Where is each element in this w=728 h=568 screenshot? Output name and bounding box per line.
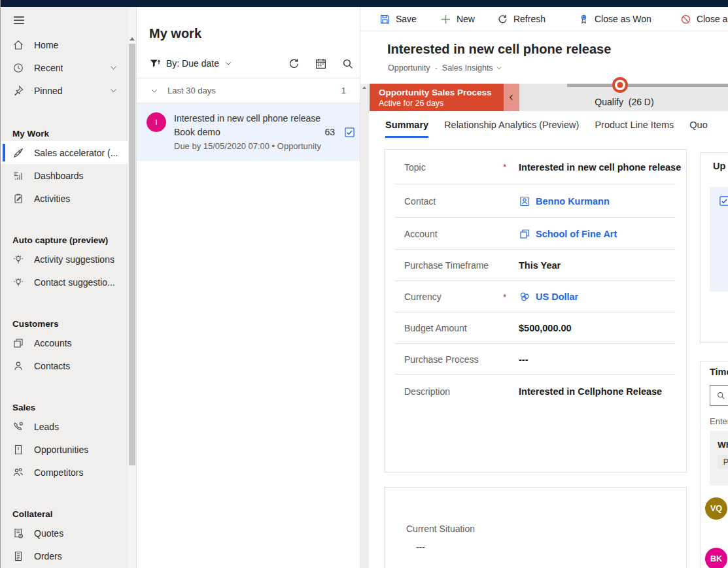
bpf-active-duration: Active for 26 days (379, 98, 504, 109)
contact-link[interactable]: Benno Kurmann (536, 196, 610, 207)
scrollbar-thumb[interactable] (129, 44, 135, 465)
menu-button[interactable] (1, 7, 128, 33)
no-entry-icon (680, 14, 691, 25)
chevron-down-icon[interactable] (109, 86, 118, 95)
document-exclaim-icon (12, 444, 24, 456)
work-item-subject: Book demo (174, 125, 315, 139)
tab-quotes[interactable]: Quo (689, 120, 707, 138)
sidebar-scrollbar[interactable] (128, 7, 136, 568)
refresh-icon[interactable] (288, 58, 300, 70)
contact-card-icon (519, 195, 530, 207)
field-topic[interactable]: Topic * Interested in new cell phone rel… (385, 150, 686, 184)
sidebar-item-competitors[interactable]: Competitors (1, 461, 128, 484)
sidebar-item-pinned[interactable]: Pinned (1, 79, 128, 102)
business-process-flow: Opportunity Sales Process Active for 26 … (360, 84, 728, 111)
bpf-process-name: Opportunity Sales Process (379, 87, 504, 98)
required-asterisk: * (503, 162, 506, 172)
record-title: Interested in new cell phone release (387, 42, 611, 57)
home-icon (12, 39, 24, 51)
filter-sort-icon[interactable] (149, 58, 161, 69)
sidebar-item-contact-suggestions[interactable]: Contact suggestio... (1, 271, 128, 293)
group-count: 1 (341, 86, 346, 95)
tab-relationship-analytics[interactable]: Relationship Analytics (Preview) (444, 120, 579, 138)
missed-title: Wh (718, 440, 728, 450)
sidebar-item-activities[interactable]: Activities (1, 187, 128, 210)
entity-type-label: Opportunity (388, 63, 430, 73)
work-item[interactable]: I Interested in new cell phone release B… (137, 103, 360, 161)
work-list-group-header[interactable]: Last 30 days 1 (137, 78, 360, 103)
field-purchase-timeframe[interactable]: Purchase Timeframe This Year (385, 250, 686, 281)
timeline-search-box[interactable] (710, 385, 728, 406)
field-account[interactable]: Account School of Fine Art (385, 218, 686, 250)
close-as-won-button[interactable]: Close as Won (578, 14, 651, 25)
current-situation-value[interactable]: --- (416, 542, 686, 552)
up-next-title: Up (713, 161, 728, 171)
missed-pill[interactable]: P (718, 455, 728, 469)
lightbulb-icon (12, 254, 24, 265)
phone-gear-icon (12, 421, 24, 433)
stage-marker-target-icon[interactable] (612, 76, 629, 93)
field-description[interactable]: Description Interested in Cellphone Rele… (385, 375, 686, 455)
what-youve-missed-box: Wh P (710, 431, 728, 486)
search-icon[interactable] (341, 58, 354, 70)
clipboard-pencil-icon (12, 193, 24, 205)
sales-insights-dropdown[interactable]: Sales Insights (442, 63, 502, 73)
sidebar-item-sales-accelerator[interactable]: Sales accelerator (... (1, 141, 128, 164)
bpf-collapse-button[interactable] (504, 84, 519, 111)
currency-link[interactable]: US Dollar (536, 292, 578, 302)
work-list-panel: My work By: Due date Last 30 days 1 I In… (136, 7, 360, 568)
sidebar-item-contacts[interactable]: Contacts (1, 354, 128, 377)
field-currency[interactable]: Currency * US Dollar (385, 281, 686, 312)
work-list-title: My work (149, 26, 360, 41)
rocket-icon (12, 147, 24, 159)
details-card: Current Situation --- (384, 487, 687, 568)
timeline-enter-note-label[interactable]: Enter (710, 416, 728, 426)
dashboard-icon (12, 170, 24, 182)
save-button[interactable]: Save (379, 14, 417, 25)
chevron-down-icon[interactable] (109, 63, 118, 72)
new-button[interactable]: New (440, 14, 475, 25)
work-item-title: Interested in new cell phone release (174, 112, 355, 125)
task-checkbox-icon[interactable] (344, 127, 355, 138)
sidebar-item-leads[interactable]: Leads (1, 415, 128, 438)
calendar-icon[interactable] (315, 58, 327, 70)
chevron-down-icon[interactable] (150, 87, 158, 95)
sidebar-item-orders[interactable]: Orders (1, 544, 128, 567)
timeline-title: Time (710, 367, 728, 377)
tab-summary[interactable]: Summary (385, 120, 428, 138)
refresh-icon (497, 14, 508, 25)
up-next-activity[interactable] (710, 187, 728, 292)
app-window: Home Recent Pinned My Work Sales acceler… (0, 0, 728, 568)
save-icon (379, 14, 390, 25)
account-link[interactable]: School of Fine Art (536, 229, 617, 239)
sidebar-item-accounts[interactable]: Accounts (1, 331, 128, 354)
scroll-up-arrow-icon[interactable] (362, 86, 366, 89)
person-icon (12, 360, 24, 372)
bpf-process-header: Opportunity Sales Process Active for 26 … (370, 84, 504, 111)
close-as-lost-button[interactable]: Close as Lost (680, 14, 728, 25)
timeline-avatar-bk[interactable]: BK (705, 548, 727, 568)
field-contact[interactable]: Contact Benno Kurmann (385, 184, 686, 218)
pin-icon (12, 85, 24, 97)
form-scrollbar[interactable] (360, 84, 369, 568)
sidebar-item-quotes[interactable]: Quotes (1, 522, 128, 544)
sidebar-item-activity-suggestions[interactable]: Activity suggestions (1, 248, 128, 271)
timeline-avatar-vq[interactable]: VQ (705, 497, 727, 520)
task-checkbox-icon[interactable] (719, 195, 728, 207)
refresh-button[interactable]: Refresh (497, 14, 546, 25)
up-next-card: Up (700, 152, 728, 343)
sidebar-item-dashboards[interactable]: Dashboards (1, 164, 128, 187)
currency-coins-icon (519, 291, 530, 303)
sidebar-item-opportunities[interactable]: Opportunities (1, 438, 128, 461)
field-purchase-process[interactable]: Purchase Process --- (385, 344, 686, 375)
filter-by-label[interactable]: By: Due date (166, 58, 219, 69)
work-item-due: Due by 15/05/2020 07:00 • Opportunity (174, 139, 355, 153)
chevron-down-icon[interactable] (224, 59, 232, 67)
sidebar-item-home[interactable]: Home (1, 33, 128, 56)
group-label: Last 30 days (167, 86, 216, 95)
scroll-up-arrow-icon[interactable] (130, 37, 135, 41)
sidebar-item-recent[interactable]: Recent (1, 56, 128, 79)
bpf-scrollbar-thumb[interactable] (567, 84, 728, 87)
field-budget-amount[interactable]: Budget Amount $500,000.00 (385, 312, 686, 344)
tab-product-line-items[interactable]: Product Line Items (595, 120, 674, 138)
